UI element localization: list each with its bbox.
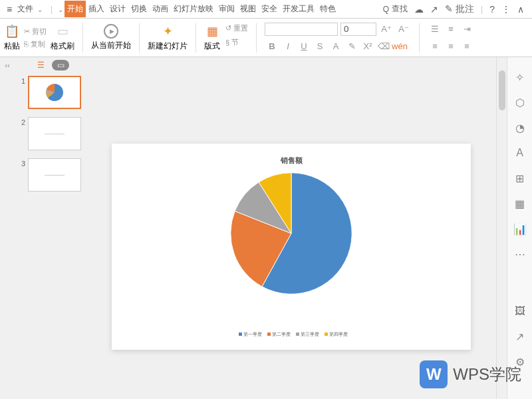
search-box[interactable]: Q 查找 <box>383 3 408 15</box>
chart-title: 销售额 <box>112 156 471 166</box>
copy-button[interactable]: ⎘复制 <box>24 39 47 49</box>
tab-security[interactable]: 安全 <box>259 1 280 17</box>
tab-design[interactable]: 设计 <box>107 1 128 17</box>
clipboard-group: 📋 粘贴 ✂剪切 ⎘复制 ▭ 格式刷 <box>4 23 74 52</box>
wps-logo-icon: W <box>420 360 448 388</box>
superscript-button[interactable]: X² <box>360 39 375 54</box>
qat-dropdown[interactable] <box>57 5 63 14</box>
bold-button[interactable]: B <box>265 39 279 54</box>
italic-button[interactable]: I <box>281 39 295 54</box>
reset-button[interactable]: ↺重置 <box>225 23 248 33</box>
separator <box>196 23 196 53</box>
new-slide-label: 新建幻灯片 <box>148 41 188 52</box>
chart-legend: 第一季度 第二季度 第三季度 第四季度 <box>112 331 471 338</box>
slide-thumb-2[interactable]: 2 <box>19 117 82 150</box>
bullets-button[interactable]: ☰ <box>428 22 442 37</box>
slide-number: 2 <box>19 117 25 150</box>
watermark-text: WPS学院 <box>453 364 521 385</box>
slide-preview <box>28 76 81 109</box>
more-icon[interactable]: ⋯ <box>513 247 527 261</box>
play-icon <box>104 24 118 39</box>
outline-view-button[interactable]: ☰ <box>32 60 49 70</box>
tab-home[interactable]: 开始 <box>65 1 86 17</box>
slide-canvas[interactable]: 销售额 第一季度 第二季度 第三季度 第四季度 <box>112 144 471 350</box>
canvas-area: 销售额 第一季度 第二季度 第三季度 第四季度 <box>86 57 496 399</box>
more-icon[interactable]: ⋮ <box>501 4 511 15</box>
file-menu[interactable]: 文件 <box>3 2 47 16</box>
underline-button[interactable]: U <box>297 39 311 54</box>
annotate-button[interactable]: ✎ 批注 <box>445 3 474 15</box>
thumbnail-view-button[interactable]: ▭ <box>52 60 69 70</box>
align-center-button[interactable]: ≡ <box>444 39 458 54</box>
pinyin-button[interactable]: wén <box>392 39 407 54</box>
tab-review[interactable]: 审阅 <box>216 1 237 17</box>
decrease-font-icon[interactable]: A⁻ <box>396 22 411 37</box>
shape-icon[interactable]: ⬡ <box>513 96 527 109</box>
ribbon: 📋 粘贴 ✂剪切 ⎘复制 ▭ 格式刷 从当前开始 ✦ 新建幻灯片 ▦ 版式 ↺重… <box>0 19 532 57</box>
slide-preview <box>28 117 81 150</box>
workspace: ‹‹ ☰ ▭ 1 2 3 销售额 第一季度 第 <box>0 57 532 399</box>
placeholder-line <box>45 175 65 176</box>
slide-thumb-3[interactable]: 3 <box>19 158 82 192</box>
tab-transition[interactable]: 切换 <box>128 1 150 17</box>
align-left-button[interactable]: ≡ <box>428 39 442 54</box>
strikethrough-button[interactable]: S <box>313 39 327 54</box>
tab-insert[interactable]: 插入 <box>86 1 107 17</box>
slide-number: 1 <box>19 76 25 109</box>
highlight-button[interactable]: ✎ <box>344 39 359 54</box>
tab-view[interactable]: 视图 <box>237 1 259 17</box>
slide-thumb-1[interactable]: 1 <box>19 76 82 109</box>
increase-font-icon[interactable]: A⁺ <box>379 22 394 37</box>
share-icon[interactable]: ↗ <box>430 4 438 15</box>
separator <box>256 23 257 53</box>
font-size-select[interactable] <box>340 23 376 36</box>
pie-svg <box>228 170 354 297</box>
section-button[interactable]: §节 <box>225 37 248 47</box>
numbering-button[interactable]: ≡ <box>444 22 458 37</box>
text-icon[interactable]: A <box>513 146 527 160</box>
ribbon-tabs: 开始 插入 设计 切换 动画 幻灯片放映 审阅 视图 安全 开发工具 特色 <box>65 1 338 17</box>
play-from-current-button[interactable]: 从当前开始 <box>91 24 131 51</box>
format-painter-button[interactable]: ▭ 格式刷 <box>51 23 74 52</box>
panel-collapse-button[interactable]: ‹‹ <box>0 57 15 399</box>
menu-left: 文件 | 开始 插入 设计 切换 动画 幻灯片放映 审阅 视图 安全 开发工具 … <box>3 1 338 17</box>
export-icon[interactable]: ↗ <box>513 330 527 343</box>
tab-special[interactable]: 特色 <box>317 1 338 17</box>
font-family-select[interactable] <box>265 23 338 36</box>
style-icon[interactable]: ◔ <box>513 121 527 134</box>
tab-devtools[interactable]: 开发工具 <box>280 1 317 17</box>
new-slide-button[interactable]: ✦ 新建幻灯片 <box>148 23 188 52</box>
magic-icon[interactable]: ✧ <box>513 70 527 84</box>
play-label: 从当前开始 <box>91 40 131 51</box>
cut-button[interactable]: ✂剪切 <box>24 27 47 37</box>
vertical-scrollbar[interactable] <box>496 57 507 399</box>
scissors-icon: ✂ <box>24 27 30 36</box>
help-icon[interactable]: ? <box>489 4 495 15</box>
clear-format-button[interactable]: ⌫ <box>376 39 391 54</box>
tab-animation[interactable]: 动画 <box>150 1 171 17</box>
font-color-button[interactable]: A <box>329 39 343 54</box>
reset-icon: ↺ <box>225 24 231 33</box>
grid-icon[interactable]: ▦ <box>513 197 527 210</box>
brush-icon: ▭ <box>55 23 70 39</box>
section-icon: § <box>225 39 229 47</box>
pie-chart <box>228 170 354 297</box>
scrollbar-thumb[interactable] <box>499 70 505 110</box>
search-icon: Q <box>383 5 389 14</box>
chart-icon[interactable]: 📊 <box>513 222 527 235</box>
align-right-button[interactable]: ≡ <box>460 39 474 54</box>
tab-slideshow[interactable]: 幻灯片放映 <box>171 1 216 17</box>
slide-number: 3 <box>19 158 25 192</box>
image-icon[interactable]: 🖼 <box>513 305 527 318</box>
new-slide-icon: ✦ <box>160 23 176 39</box>
layout-button[interactable]: ▦ 版式 <box>204 23 220 52</box>
paste-label: 粘贴 <box>4 41 20 52</box>
cloud-icon[interactable]: ☁ <box>414 4 424 15</box>
indent-button[interactable]: ⇥ <box>460 22 474 37</box>
paste-button[interactable]: 📋 粘贴 <box>4 23 20 52</box>
copy-label: 复制 <box>31 39 45 49</box>
section-label: 节 <box>231 37 239 47</box>
collapse-ribbon-icon[interactable]: ∧ <box>517 4 524 15</box>
table-icon[interactable]: ⊞ <box>513 172 527 185</box>
search-label: 查找 <box>392 3 408 15</box>
